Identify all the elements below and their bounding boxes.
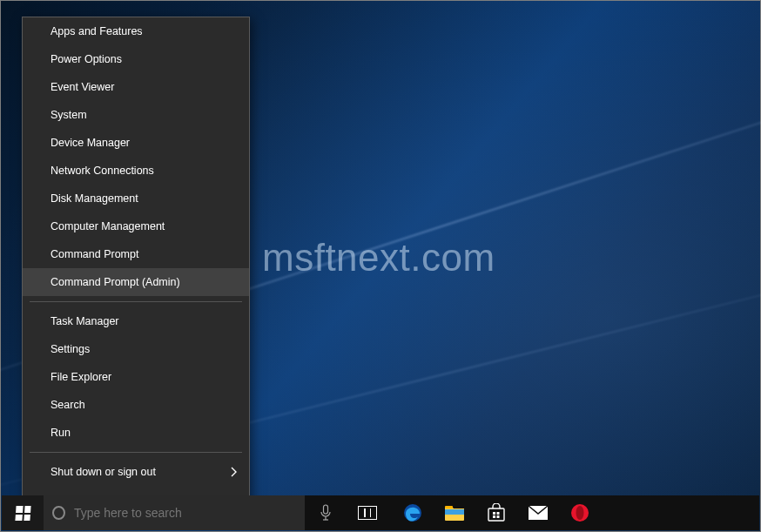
menu-item-label: Apps and Features: [51, 25, 143, 37]
taskbar-app-mail[interactable]: [517, 495, 559, 530]
taskbar-app-opera[interactable]: [559, 495, 601, 530]
menu-item[interactable]: Device Manager: [23, 129, 249, 157]
microphone-icon: [320, 504, 332, 522]
taskbar: [2, 495, 759, 530]
chevron-right-icon: [230, 467, 237, 477]
menu-separator: [30, 452, 242, 453]
mail-icon: [528, 505, 549, 521]
menu-item-label: Task Manager: [51, 315, 119, 327]
menu-item[interactable]: Event Viewer: [23, 73, 249, 101]
menu-item-label: Search: [51, 399, 85, 411]
menu-item[interactable]: Search: [23, 391, 249, 419]
store-icon: [487, 503, 506, 522]
menu-separator: [30, 301, 242, 302]
menu-item[interactable]: Run: [23, 419, 249, 447]
svg-rect-5: [445, 506, 453, 508]
svg-point-13: [576, 506, 584, 520]
edge-icon: [402, 502, 423, 523]
menu-item-label: Device Manager: [51, 137, 130, 149]
taskbar-app-edge[interactable]: [392, 495, 434, 530]
task-view-button[interactable]: [347, 495, 388, 530]
menu-item[interactable]: Computer Management: [23, 212, 249, 240]
menu-item[interactable]: Disk Management: [23, 185, 249, 212]
watermark-text: msftnext.com: [262, 236, 495, 279]
menu-item[interactable]: Network Connections: [23, 157, 249, 185]
menu-item-label: Computer Management: [51, 220, 165, 232]
taskbar-app-file-explorer[interactable]: [434, 495, 475, 530]
menu-item[interactable]: Apps and Features: [23, 17, 249, 45]
menu-item-label: Power Options: [51, 53, 122, 65]
desktop: msftnext.com Apps and FeaturesPower Opti…: [0, 0, 761, 532]
menu-item[interactable]: Settings: [23, 335, 249, 363]
menu-item[interactable]: Power Options: [23, 45, 249, 73]
opera-icon: [570, 503, 589, 522]
submenu-indicator: [230, 467, 237, 477]
menu-item-label: Shut down or sign out: [51, 466, 156, 478]
svg-rect-6: [488, 508, 504, 521]
svg-rect-9: [493, 515, 495, 518]
svg-rect-10: [497, 515, 500, 518]
winx-context-menu[interactable]: Apps and FeaturesPower OptionsEvent View…: [22, 17, 250, 515]
cortana-icon: [52, 506, 65, 520]
start-button[interactable]: [2, 495, 44, 530]
taskbar-search[interactable]: [44, 495, 305, 530]
menu-item-label: Command Prompt: [51, 248, 138, 260]
file-explorer-icon: [444, 503, 465, 522]
menu-item[interactable]: Command Prompt: [23, 240, 249, 268]
menu-item[interactable]: System: [23, 101, 249, 129]
svg-rect-4: [445, 509, 464, 515]
svg-rect-0: [324, 505, 328, 514]
menu-item-label: Event Viewer: [51, 81, 114, 93]
menu-item-label: File Explorer: [51, 371, 111, 383]
menu-item-label: Settings: [51, 343, 90, 355]
svg-rect-8: [497, 512, 500, 515]
menu-item[interactable]: File Explorer: [23, 363, 249, 391]
menu-item-label: Run: [51, 427, 71, 439]
task-view-icon: [358, 506, 377, 520]
windows-logo-icon: [15, 506, 30, 521]
search-input[interactable]: [74, 506, 296, 520]
microphone-button[interactable]: [305, 495, 347, 530]
taskbar-pinned-apps: [392, 495, 601, 530]
svg-rect-7: [493, 512, 495, 515]
menu-item-label: Network Connections: [51, 165, 154, 177]
menu-item[interactable]: Command Prompt (Admin): [23, 268, 249, 296]
menu-item-label: System: [51, 109, 87, 121]
menu-item[interactable]: Task Manager: [23, 307, 249, 335]
menu-item[interactable]: Shut down or sign out: [23, 458, 249, 486]
taskbar-app-store[interactable]: [475, 495, 517, 530]
menu-item-label: Command Prompt (Admin): [51, 276, 180, 288]
menu-item-label: Disk Management: [51, 192, 138, 205]
